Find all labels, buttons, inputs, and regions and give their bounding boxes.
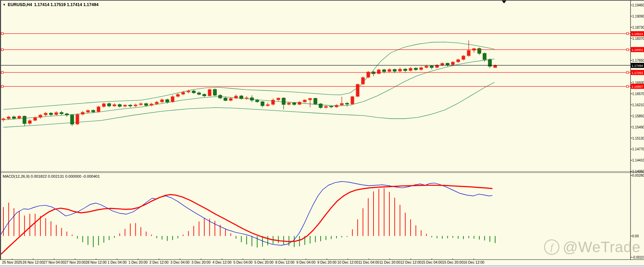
candle-body <box>256 100 259 102</box>
price-axis-label: 1.14770 <box>632 147 644 151</box>
time-axis-label: 27 Nov 04:00 <box>43 260 64 264</box>
candle-body <box>382 70 386 72</box>
candle-body <box>65 114 68 115</box>
candle-body <box>351 96 354 104</box>
chart-title-bar: ▼ EURUSD,H4 1.17414 1.17519 1.17414 1.17… <box>3 2 98 7</box>
candle-body <box>176 94 180 96</box>
symbol-dropdown-icon[interactable]: ▼ <box>3 3 6 6</box>
candle-body <box>425 66 428 68</box>
candle-body <box>155 102 158 104</box>
time-axis-label: 9 Dec 20:00 <box>317 260 336 264</box>
candle-body <box>97 107 100 112</box>
time-axis-label: 8 Dec 12:00 <box>276 260 295 264</box>
candle-body <box>430 66 433 68</box>
candle-body <box>414 68 418 70</box>
candle-body <box>7 117 10 119</box>
candle-body <box>282 98 285 105</box>
candle-body <box>361 78 365 84</box>
candle-body <box>187 91 190 92</box>
price-axis-label: 1.15490 <box>632 125 644 129</box>
macd-axis-min: -0.00107 <box>632 256 644 259</box>
time-axis-label: 5 Dec 20:00 <box>254 260 273 264</box>
level-line-handle <box>1 85 3 87</box>
time-axis-label: 3 Dec 04:00 <box>170 260 190 264</box>
time-axis-label: 11 Dec 20:00 <box>380 260 400 264</box>
price-axis-label: 1.17650 <box>632 59 644 62</box>
price-axis-label: 1.16570 <box>632 92 644 96</box>
time-axis-label: 26 Nov 12:00 <box>23 260 43 264</box>
candle-body <box>340 103 344 105</box>
price-axis-label: 1.14410 <box>632 158 644 162</box>
candle-body <box>446 63 449 65</box>
candle-body <box>2 119 5 120</box>
candle-body <box>60 113 63 114</box>
candle-body <box>224 98 227 100</box>
candle-body <box>240 96 243 98</box>
macd-axis-max: 0.002802 <box>632 174 644 177</box>
candle-body <box>113 105 116 106</box>
candle-body <box>298 102 301 105</box>
candle-body <box>229 98 232 100</box>
candle-body <box>303 100 307 102</box>
candle-body <box>134 105 137 106</box>
time-axis-label: 2 Dec 12:00 <box>150 260 169 264</box>
candle-body <box>107 103 111 106</box>
chart-canvas[interactable] <box>0 0 644 267</box>
candle-body <box>441 63 444 65</box>
candle-body <box>456 60 460 62</box>
candle-body <box>346 103 349 104</box>
candle-body <box>81 112 85 114</box>
time-axis-label: 1 Dec 20:00 <box>128 260 148 264</box>
candle-body <box>129 105 132 106</box>
window-top-border <box>0 0 644 1</box>
level-line-handle <box>626 49 629 51</box>
price-axis-label: 1.15130 <box>632 136 644 140</box>
candle-body <box>219 95 222 98</box>
bollinger-upper-band <box>3 42 494 110</box>
candle-body <box>203 94 206 96</box>
price-level-tag: 1.18524 <box>631 31 644 36</box>
candle-body <box>70 115 74 124</box>
candle-body <box>335 105 338 107</box>
candle-body <box>467 50 471 56</box>
candle-body <box>49 113 53 115</box>
candle-body <box>293 103 296 105</box>
candle-body <box>118 105 121 107</box>
candle-body <box>266 105 269 106</box>
candle-body <box>271 100 275 105</box>
time-axis-label: 5 Dec 04:00 <box>233 260 253 264</box>
candle-body <box>144 103 148 106</box>
time-axis-label: 4 Dec 12:00 <box>213 260 232 264</box>
price-axis-label: 1.16210 <box>632 103 644 107</box>
candle-body <box>197 93 201 94</box>
candle-body <box>33 117 37 120</box>
candle-body <box>451 62 455 65</box>
candle-body <box>245 98 248 99</box>
candle-body <box>76 114 79 124</box>
level-line-handle <box>1 71 3 73</box>
candle-body <box>192 91 195 93</box>
candle-body <box>139 103 142 105</box>
candle-body <box>472 49 476 51</box>
candle-body <box>28 120 32 123</box>
candle-body <box>478 49 481 54</box>
level-line-handle <box>1 49 3 51</box>
candle-body <box>250 98 254 100</box>
candle-body <box>287 103 291 105</box>
price-level-tag: 1.18001 <box>631 47 644 52</box>
candle-body <box>171 96 174 102</box>
candle-body <box>314 98 317 104</box>
time-axis-label: 12 Dec 12:00 <box>400 260 421 264</box>
candle-body <box>166 99 169 102</box>
candle-body <box>409 68 412 70</box>
candle-body <box>462 56 465 60</box>
candle-body <box>208 89 211 96</box>
time-axis-label: 1 Dec 04:00 <box>107 260 127 264</box>
candle-body <box>150 104 153 106</box>
candle-body <box>324 106 328 108</box>
time-axis-label: 15 Dec 20:00 <box>442 260 463 264</box>
price-axis-label: 1.14050 <box>632 170 644 173</box>
time-axis-label: 25 Nov 2025 <box>2 260 22 264</box>
time-axis-label: 16 Dec 12:00 <box>463 260 484 264</box>
time-axis-label: 10 Dec 12:00 <box>337 260 358 264</box>
